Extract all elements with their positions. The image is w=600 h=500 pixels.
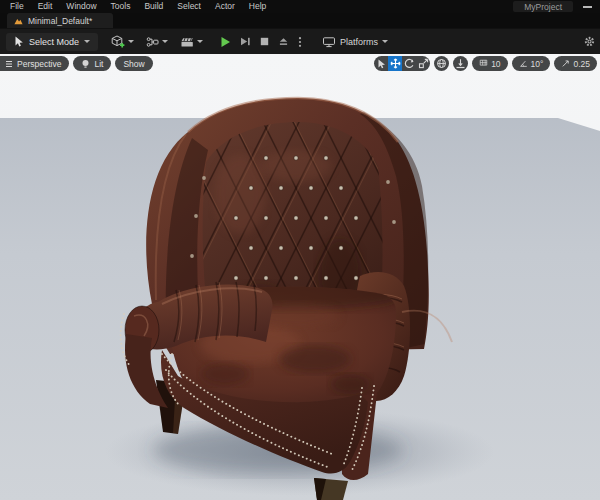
menu-window[interactable]: Window xyxy=(59,0,103,13)
scale-icon xyxy=(418,58,429,69)
gear-icon xyxy=(583,35,596,48)
chevron-down-icon xyxy=(162,40,168,43)
menu-select[interactable]: Select xyxy=(170,0,208,13)
play-controls xyxy=(220,36,302,48)
perspective-dropdown[interactable]: Perspective xyxy=(0,56,69,71)
select-arrow-icon xyxy=(377,59,386,69)
grid-snap-value: 10 xyxy=(491,59,500,69)
surface-snapping-button[interactable] xyxy=(453,56,468,71)
surface-snap-icon xyxy=(455,58,466,69)
level-viewport[interactable]: Perspective Lit Show xyxy=(0,54,600,500)
cursor-icon xyxy=(14,36,24,47)
scale-snap-icon xyxy=(561,59,570,68)
show-label: Show xyxy=(123,59,144,69)
rotate-icon xyxy=(404,58,415,69)
eject-icon[interactable] xyxy=(278,36,289,47)
project-name-label: MyProject xyxy=(524,2,562,12)
grid-snap-control[interactable]: 10 xyxy=(472,56,507,71)
globe-icon xyxy=(436,58,447,69)
move-icon xyxy=(390,58,401,69)
main-toolbar: Select Mode xyxy=(0,28,600,54)
lit-dropdown[interactable]: Lit xyxy=(73,56,111,71)
add-cube-icon xyxy=(111,35,125,48)
scale-tool-button[interactable] xyxy=(416,56,430,71)
clapperboard-icon xyxy=(180,36,194,48)
menu-bar: File Edit Window Tools Build Select Acto… xyxy=(0,0,600,13)
menu-build[interactable]: Build xyxy=(137,0,170,13)
move-tool-button[interactable] xyxy=(388,56,402,71)
unreal-editor-window: File Edit Window Tools Build Select Acto… xyxy=(0,0,600,500)
viewport-options-icon xyxy=(5,60,13,68)
platforms-devices-icon xyxy=(322,36,336,48)
add-actor-dropdown[interactable] xyxy=(111,35,134,48)
transform-tool-group xyxy=(374,56,430,71)
blueprints-icon xyxy=(146,36,159,48)
project-name-button[interactable]: MyProject xyxy=(513,1,573,12)
viewport-toolbar-right: 10 10° 0.25 xyxy=(374,56,597,71)
chevron-down-icon xyxy=(84,40,90,43)
rotate-tool-button[interactable] xyxy=(402,56,416,71)
chevron-down-icon xyxy=(197,40,203,43)
actor-tool-group xyxy=(111,35,203,48)
menu-help[interactable]: Help xyxy=(242,0,273,13)
lit-label: Lit xyxy=(94,59,103,69)
scale-snap-control[interactable]: 0.25 xyxy=(554,56,597,71)
cinematics-dropdown[interactable] xyxy=(180,36,203,48)
play-icon[interactable] xyxy=(220,36,231,48)
menu-actor[interactable]: Actor xyxy=(208,0,242,13)
perspective-label: Perspective xyxy=(17,59,61,69)
select-mode-label: Select Mode xyxy=(29,37,79,47)
chevron-down-icon xyxy=(128,40,134,43)
tab-bar: Minimal_Default* xyxy=(0,13,600,28)
menu-edit[interactable]: Edit xyxy=(31,0,60,13)
settings-button[interactable] xyxy=(583,35,596,48)
scene-canvas xyxy=(0,54,600,500)
level-mountain-icon xyxy=(14,17,23,25)
chevron-down-icon xyxy=(382,40,388,43)
lit-bulb-icon xyxy=(81,59,90,69)
stop-icon[interactable] xyxy=(260,37,269,46)
blueprints-dropdown[interactable] xyxy=(146,36,168,48)
skip-frame-icon[interactable] xyxy=(240,36,251,47)
tab-minimal-default[interactable]: Minimal_Default* xyxy=(7,13,113,28)
grid-snap-icon xyxy=(479,59,488,68)
rotation-snap-value: 10° xyxy=(531,59,544,69)
menu-tools[interactable]: Tools xyxy=(104,0,138,13)
rotation-snap-icon xyxy=(519,59,528,68)
show-dropdown[interactable]: Show xyxy=(115,56,152,71)
platforms-dropdown[interactable]: Platforms xyxy=(322,36,388,48)
viewport-toolbar-left: Perspective Lit Show xyxy=(0,56,153,71)
tab-label: Minimal_Default* xyxy=(28,16,92,26)
rotation-snap-control[interactable]: 10° xyxy=(512,56,551,71)
select-tool-button[interactable] xyxy=(374,56,388,71)
minimize-icon[interactable] xyxy=(583,6,592,8)
menu-file[interactable]: File xyxy=(3,0,31,13)
coordinate-system-button[interactable] xyxy=(434,56,449,71)
platforms-label: Platforms xyxy=(340,37,378,47)
scale-snap-value: 0.25 xyxy=(573,59,590,69)
more-options-kebab-icon[interactable] xyxy=(298,36,302,48)
select-mode-dropdown[interactable]: Select Mode xyxy=(6,33,98,51)
